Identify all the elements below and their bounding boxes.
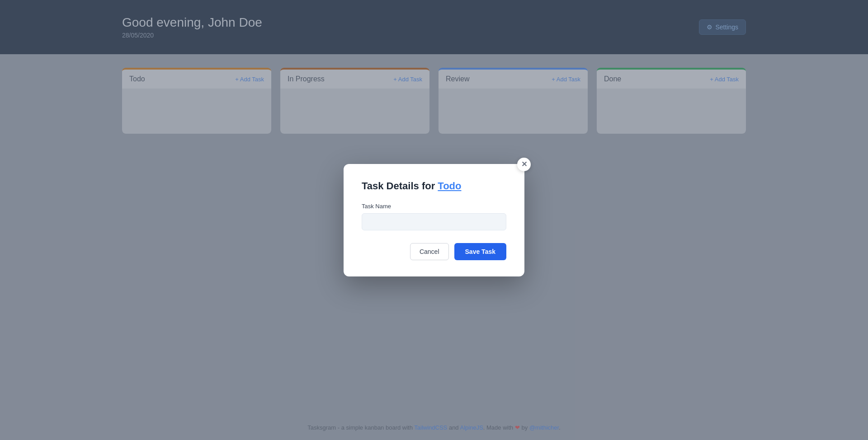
task-name-input[interactable] [362,213,506,230]
task-name-label: Task Name [362,203,506,210]
modal-actions: Cancel Save Task [362,243,506,260]
save-task-button[interactable]: Save Task [454,243,506,260]
modal-title: Task Details for Todo [362,180,506,192]
modal-close-button[interactable]: ✕ [517,158,531,171]
modal-overlay[interactable]: ✕ Task Details for Todo Task Name Cancel… [0,0,868,440]
modal-title-highlight: Todo [438,180,461,192]
add-task-modal: ✕ Task Details for Todo Task Name Cancel… [344,164,524,276]
cancel-button[interactable]: Cancel [410,243,449,260]
modal-form: Task Name [362,203,506,230]
close-icon: ✕ [521,160,527,169]
modal-title-prefix: Task Details for [362,180,438,192]
